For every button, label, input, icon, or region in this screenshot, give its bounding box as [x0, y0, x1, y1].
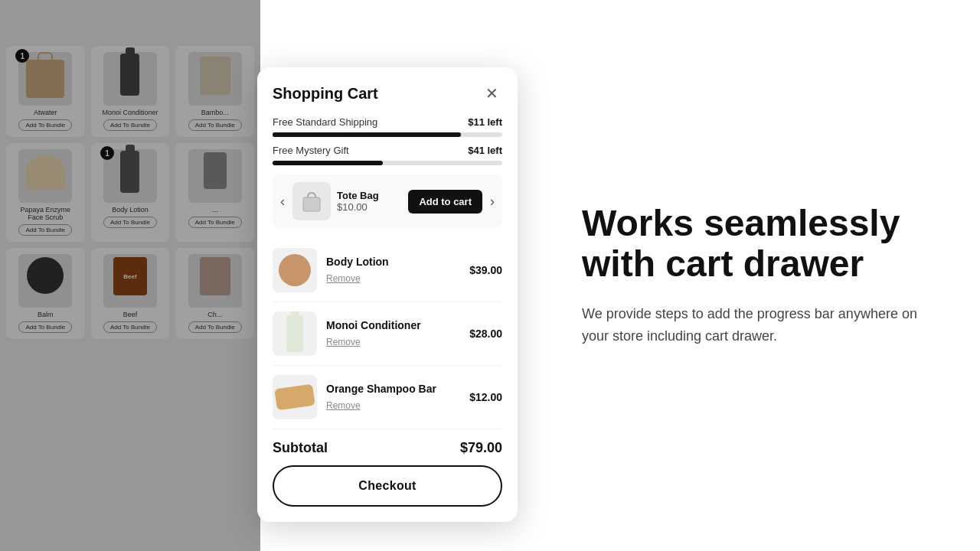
upsell-item-price: $10.00: [337, 201, 402, 213]
cart-item-image-body-lotion: [273, 248, 317, 292]
close-button[interactable]: ✕: [481, 83, 502, 104]
subtotal-row: Subtotal $79.00: [273, 429, 502, 465]
upsell-item-info: Tote Bag $10.00: [337, 190, 402, 213]
tote-bag-icon: [297, 187, 326, 216]
cart-item-price: $12.00: [469, 391, 502, 403]
right-info-section: Works seamlessly with cart drawer We pro…: [536, 0, 980, 551]
upsell-carousel: ‹ Tote Bag $10.00 Add to cart ›: [273, 174, 502, 228]
background-store: 1 Atwater Add To Bundle Monoi Conditione…: [0, 0, 260, 551]
right-description: We provide steps to add the progress bar…: [582, 303, 934, 347]
subtotal-amount: $79.00: [460, 440, 502, 456]
cart-item-remove-button[interactable]: Remove: [326, 337, 361, 347]
cart-item-details: Monoi Conditioner Remove: [326, 319, 460, 348]
cart-item-name: Body Lotion: [326, 256, 460, 268]
checkout-button[interactable]: Checkout: [273, 465, 502, 507]
cart-item: Monoi Conditioner Remove $28.00: [273, 302, 502, 366]
subtotal-label: Subtotal: [273, 440, 328, 456]
svg-rect-0: [303, 197, 320, 211]
cart-header: Shopping Cart ✕: [273, 83, 502, 104]
progress-section: Free Standard Shipping $11 left Free Mys…: [273, 116, 502, 165]
add-to-cart-button[interactable]: Add to cart: [408, 190, 482, 214]
shipping-label: Free Standard Shipping: [273, 116, 377, 128]
upsell-item-name: Tote Bag: [337, 190, 402, 201]
gift-progress-track: [273, 161, 502, 165]
gift-label: Free Mystery Gift: [273, 145, 349, 156]
shipping-amount: $11 left: [468, 116, 502, 128]
carousel-prev-button[interactable]: ‹: [279, 194, 286, 210]
progress-row-gift: Free Mystery Gift $41 left: [273, 145, 502, 156]
cart-drawer: Shopping Cart ✕ Free Standard Shipping $…: [257, 67, 518, 522]
carousel-next-button[interactable]: ›: [488, 194, 496, 210]
cart-item-details: Body Lotion Remove: [326, 256, 460, 285]
right-title: Works seamlessly with cart drawer: [582, 204, 934, 285]
shipping-progress-track: [273, 132, 502, 137]
cart-item: Body Lotion Remove $39.00: [273, 239, 502, 302]
cart-item-price: $28.00: [469, 328, 502, 340]
gift-progress-fill: [273, 161, 383, 165]
cart-items-list: Body Lotion Remove $39.00 Monoi Conditio…: [273, 239, 502, 429]
cart-item-image-conditioner: [273, 311, 317, 356]
upsell-item-image: [292, 182, 331, 220]
cart-item: Orange Shampoo Bar Remove $12.00: [273, 366, 502, 429]
cart-item-price: $39.00: [469, 264, 502, 276]
progress-row-shipping: Free Standard Shipping $11 left: [273, 116, 502, 128]
shipping-progress-fill: [273, 132, 461, 137]
cart-item-remove-button[interactable]: Remove: [326, 273, 361, 284]
gift-amount: $41 left: [468, 145, 502, 156]
cart-item-name: Monoi Conditioner: [326, 319, 460, 331]
cart-item-remove-button[interactable]: Remove: [326, 400, 361, 411]
cart-item-details: Orange Shampoo Bar Remove: [326, 383, 460, 412]
cart-item-image-shampoo: [273, 375, 317, 419]
cart-item-name: Orange Shampoo Bar: [326, 383, 460, 395]
store-overlay: [0, 0, 260, 551]
cart-title: Shopping Cart: [273, 85, 378, 103]
